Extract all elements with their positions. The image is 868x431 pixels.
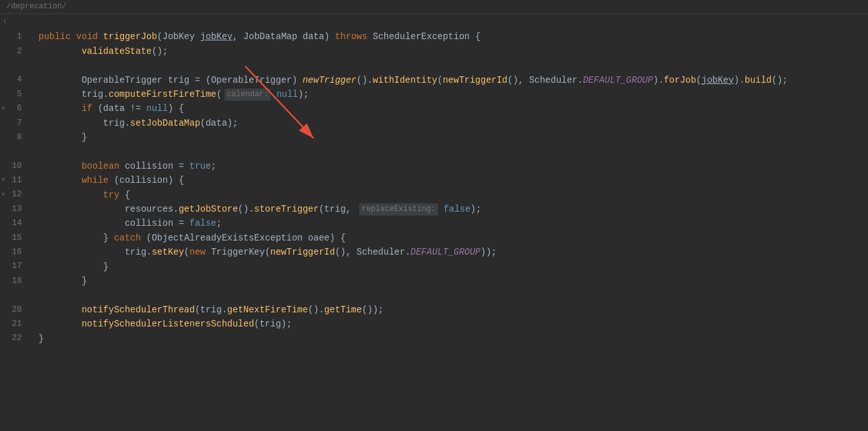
brace: {: [470, 30, 481, 44]
gutter-line: 18: [0, 274, 27, 288]
type-OperableTrigger: OperableTrigger: [81, 73, 162, 87]
param-jobKey: jobKey: [200, 30, 232, 44]
p4: ).: [653, 73, 664, 87]
code-line-13: resources.getJobStore().storeTrigger(tri…: [38, 202, 868, 216]
gutter-line: 13: [0, 202, 27, 216]
p1: (: [184, 245, 189, 259]
code-line-4: OperableTrigger trig = (OperableTrigger)…: [38, 73, 868, 87]
breadcrumb-text: /deprecation/: [6, 1, 67, 13]
method-newTriggerId: newTriggerId: [443, 73, 507, 87]
indent: [38, 173, 81, 187]
p7: ();: [772, 73, 788, 87]
p5: (: [696, 73, 701, 87]
param-jobKey2: jobKey: [702, 73, 734, 87]
editor-container: /deprecation/ ↑ 1 2 4 5 ▼6 7 8 10 ▼11 ▼1…: [0, 0, 868, 431]
space: ): [292, 73, 303, 87]
method-getNextFireTime: getNextFireTime: [227, 303, 308, 317]
indent: [38, 73, 81, 87]
indent: [38, 44, 81, 58]
paren-close: );: [298, 87, 309, 101]
paren-close: ) {: [168, 101, 184, 115]
method-getTime: getTime: [324, 303, 362, 317]
method-withIdentity: withIdentity: [373, 73, 438, 87]
keyword-void: void: [76, 30, 98, 44]
keyword-public: public: [38, 30, 71, 44]
indent: [38, 159, 81, 173]
gutter-line: 5: [0, 87, 27, 101]
paren: (: [141, 231, 152, 245]
p2: (: [265, 245, 270, 259]
code-line-17: }: [38, 260, 868, 274]
gutter-line: 4: [0, 73, 27, 87]
semicolon: ;: [211, 159, 216, 173]
comma: ,: [233, 30, 244, 44]
p3: (),: [507, 73, 529, 87]
type-Scheduler: Scheduler: [529, 73, 578, 87]
code-line-1: public void triggerJob(JobKey jobKey, Jo…: [38, 30, 868, 44]
gutter-line: 10: [0, 159, 27, 173]
brace: {: [119, 188, 130, 202]
type-ObjectAlreadyExistsException: ObjectAlreadyExistsException: [151, 231, 302, 245]
code-line-16: trig.setKey(new TriggerKey(newTriggerId(…: [38, 245, 868, 259]
p1: ().: [238, 202, 254, 216]
code-line-5: trig.computeFirstFireTime(calendar: null…: [38, 87, 868, 101]
indent: [38, 87, 81, 101]
code-line-11: while (collision) {: [38, 173, 868, 187]
type-JobKey: JobKey: [162, 30, 194, 44]
space: [71, 30, 76, 44]
space: [297, 30, 302, 44]
indent: [38, 216, 124, 230]
type-JobDataMap: JobDataMap: [243, 30, 297, 44]
indent: [38, 260, 103, 274]
keyword-if: if: [81, 101, 92, 115]
method-getJobStore: getJobStore: [178, 202, 237, 216]
dot: .: [577, 73, 583, 87]
space: [98, 30, 103, 44]
code-line-blank1: [38, 58, 868, 72]
p2: ().: [308, 303, 324, 317]
code-line-blank3: [38, 288, 868, 302]
paren: (data !=: [92, 101, 146, 115]
keyword-catch: catch: [114, 231, 141, 245]
type-TriggerKey: TriggerKey: [211, 245, 265, 259]
paren: ();: [151, 44, 167, 58]
code-area: ↑ 1 2 4 5 ▼6 7 8 10 ▼11 ▼12 13 14 15 16 …: [0, 14, 868, 431]
code-line-14: collision = false;: [38, 216, 868, 230]
code-line-15: } catch (ObjectAlreadyExistsException oa…: [38, 231, 868, 245]
space: oaee) {: [303, 231, 346, 245]
space: trig = (: [162, 73, 211, 87]
gutter-line: [0, 58, 27, 72]
method-setKey: setKey: [151, 245, 183, 259]
method-validateState: validateState: [81, 44, 151, 58]
paren: ().: [357, 73, 373, 87]
brace-close: }: [103, 260, 108, 274]
indent: [38, 317, 81, 331]
keyword-true: true: [189, 159, 211, 173]
paren: (collision) {: [108, 173, 184, 187]
gutter-line: 16: [0, 245, 27, 259]
code-line-8: }: [38, 130, 868, 144]
space: [205, 245, 210, 259]
field-DEFAULT_GROUP: DEFAULT_GROUP: [583, 73, 653, 87]
method-newTriggerId2: newTriggerId: [270, 245, 335, 259]
indent: [38, 116, 103, 130]
code-line-18: }: [38, 274, 868, 288]
dot: .: [405, 245, 410, 259]
p4: ));: [481, 245, 497, 259]
keyword-new: new: [189, 245, 205, 259]
p1: (trig.: [195, 303, 227, 317]
space: [195, 30, 200, 44]
var-resources: resources.: [124, 202, 178, 216]
var-trig3: trig.: [124, 245, 151, 259]
keyword-false: false: [443, 202, 470, 216]
gutter-line: [0, 145, 27, 159]
keyword-null: null: [277, 87, 298, 101]
breadcrumb-bar: /deprecation/: [0, 0, 868, 14]
p6: ).: [734, 73, 745, 87]
p1: (trig);: [254, 317, 292, 331]
gutter-line: 20: [0, 303, 27, 317]
var-collision: collision =: [124, 216, 189, 230]
space: [271, 87, 276, 101]
indent: [38, 303, 81, 317]
code-line-blank2: [38, 145, 868, 159]
